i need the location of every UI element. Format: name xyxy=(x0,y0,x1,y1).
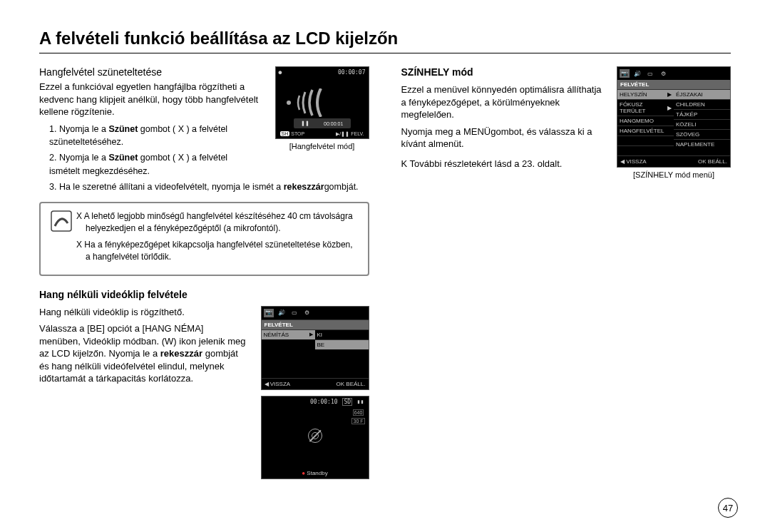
info-bullet-1: X A lehető legjobb minőségű hangfelvétel… xyxy=(76,210,358,235)
menu-back: ◀ VISSZA xyxy=(265,381,291,387)
novoice-line2: Válassza a [BE] opciót a [HANG NÉMA] men… xyxy=(39,322,247,385)
side-res: 640 xyxy=(353,409,364,416)
scene-item-hangfelv: HANGFELVÉTEL xyxy=(617,126,674,135)
svg-rect-0 xyxy=(51,211,71,231)
scene-menu-back: ◀ VISSZA xyxy=(620,158,647,165)
scene-opt-ejszakai: ÉJSZAKAI xyxy=(674,89,730,99)
novoice-line1: Hang nélküli videóklip is rögzíthető. xyxy=(39,306,247,319)
step-3: 3. Ha le szeretné állítani a videofelvét… xyxy=(49,180,369,194)
scene-opt-kozeli: KÖZELI xyxy=(674,119,730,129)
scene-p1: Ezzel a menüvel könnyedén optimálisra ál… xyxy=(401,83,603,121)
side-fps: 30 F xyxy=(351,418,364,424)
menu-item-mute: NÉMÍTÁS▶ xyxy=(262,329,315,339)
scene-opt-tajkep: TÁJKÉP xyxy=(674,109,730,119)
lcd1-caption: [Hangfelvétel mód] xyxy=(275,142,369,150)
rec-time-top: 00:00:07 xyxy=(338,69,366,76)
menu-header: FELVÉTEL xyxy=(262,320,369,329)
scene-opt-naplemente: NAPLEMENTE xyxy=(674,139,730,149)
tab-display-icon-2: ▭ xyxy=(645,69,655,78)
lcd-scene-menu: 📷 🔊 ▭ ⚙ FELVÉTEL HELYSZÍN▶ FÓKUSZ TERÜLE… xyxy=(617,66,731,168)
lcd-standby: 00:00:10 SD ▮▮ 640 30 F ● xyxy=(261,396,369,479)
mic-icon xyxy=(287,101,291,105)
rec-dot-icon: ● xyxy=(302,470,305,476)
scene-item-helyszin: HELYSZÍN▶ xyxy=(617,89,674,99)
page-number: 47 xyxy=(718,498,738,518)
menu-opt-ki: KI xyxy=(315,329,369,339)
menu-ok: OK BEÁLL. xyxy=(337,381,366,387)
novoice-heading: Hang nélküli videóklip felvétele xyxy=(39,289,369,300)
scene-lcd-caption: [SZÍNHELY mód menü] xyxy=(617,170,731,179)
lcd-voice-recording: ● 00:00:07 xyxy=(275,66,369,139)
rec-timer-mid: 00:00:01 xyxy=(324,121,343,126)
rec-icon: ● xyxy=(279,69,282,76)
tab-display-icon: ▭ xyxy=(289,309,299,317)
note-icon xyxy=(51,210,76,267)
scene-ref: K További részletekért lásd a 23. oldalt… xyxy=(401,158,603,170)
scene-menu-ok: OK BEÁLL. xyxy=(698,158,727,165)
page-title: A felvételi funkció beállítása az LCD ki… xyxy=(39,29,731,53)
tab-camera-icon-2: 📷 xyxy=(620,69,630,78)
standby-label: Standby xyxy=(307,470,327,476)
sound-waves-icon xyxy=(292,88,332,117)
scene-opt-szoveg: SZÖVEG xyxy=(674,129,730,139)
tab-setup-icon-2: ⚙ xyxy=(658,69,668,78)
pause-heading: Hangfelvétel szüneteltetése xyxy=(39,66,261,78)
scene-opt-children: CHILDREN xyxy=(674,99,730,109)
step-1: 1. Nyomja le a Szünet gombot ( X ) a fel… xyxy=(49,123,261,150)
tab-camera-icon: 📷 xyxy=(264,309,274,317)
lcd-mute-menu: 📷 🔊 ▭ ⚙ FELVÉTEL NÉMÍTÁS▶ xyxy=(261,306,369,390)
scene-item-hangmemo: HANGMEMO xyxy=(617,116,674,126)
scene-menu-header: FELVÉTEL xyxy=(617,80,730,89)
info-box: X A lehető legjobb minőségű hangfelvétel… xyxy=(39,202,369,275)
scene-item-fokusz: FÓKUSZ TERÜLET▶ xyxy=(617,99,674,116)
step-2: 2. Nyomja le a Szünet gombot ( X ) a fel… xyxy=(49,151,261,178)
standby-time: 00:00:10 SD ▮▮ xyxy=(310,399,364,405)
pause-desc: Ezzel a funkcióval egyetlen hangfájlba r… xyxy=(39,81,261,118)
tab-sound-icon: 🔊 xyxy=(277,309,287,317)
scene-heading: SZÍNHELY mód xyxy=(401,66,603,78)
pause-btn-icon: ❚❚ xyxy=(301,121,309,126)
info-bullet-2: X Ha a fényképezőgépet kikapcsolja hangf… xyxy=(76,239,358,263)
scene-p2: Nyomja meg a MENÜgombot, és válassza ki … xyxy=(401,126,603,150)
tab-sound-icon-2: 🔊 xyxy=(632,69,642,78)
menu-opt-be: BE xyxy=(315,339,369,349)
tab-setup-icon: ⚙ xyxy=(302,309,312,317)
